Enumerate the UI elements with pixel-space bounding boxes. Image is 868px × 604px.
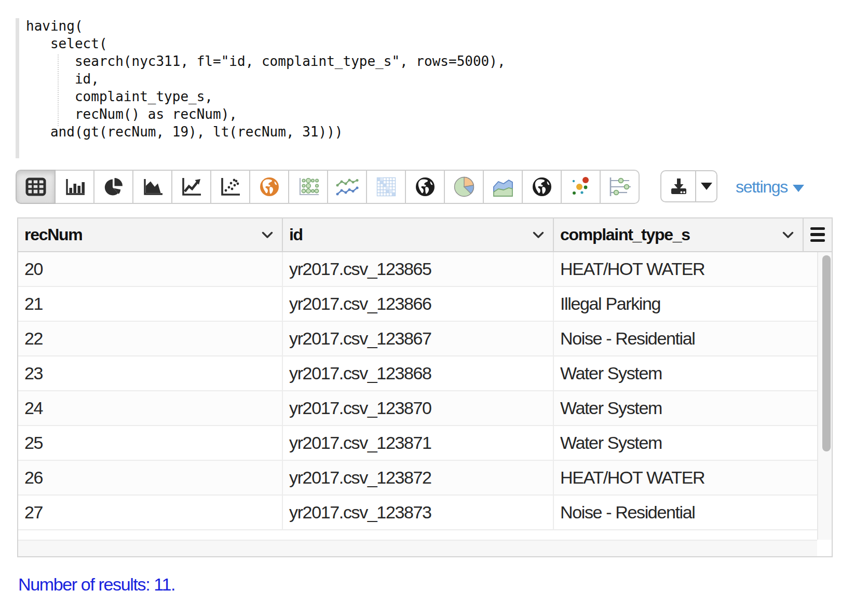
table-cell: 23	[18, 356, 283, 390]
table-header-row: recNum id complaint_type_s	[18, 218, 832, 252]
globe-dark-icon	[415, 176, 436, 197]
table-cell: Water System	[554, 356, 817, 390]
table-cell: yr2017.csv_123870	[283, 391, 554, 425]
table-cell: 26	[18, 461, 283, 495]
settings-label: settings	[736, 177, 788, 197]
table-body: 20yr2017.csv_123865HEAT/HOT WATER21yr201…	[18, 252, 817, 540]
results-count-text: Number of results: 11.	[18, 574, 175, 595]
table-row[interactable]: 25yr2017.csv_123871Water System	[18, 426, 817, 461]
table-cell: Noise - Residential	[554, 322, 817, 355]
viz-button-stacked-area-colored[interactable]	[483, 170, 523, 204]
column-header-label: id	[283, 225, 303, 244]
stacked-area-colored-icon	[492, 176, 514, 197]
code-gutter-bar	[16, 18, 19, 158]
table-cell: yr2017.csv_123872	[283, 461, 554, 495]
viz-button-multi-line-chart[interactable]	[327, 170, 367, 204]
table-row[interactable]: 24yr2017.csv_123870Water System	[18, 391, 817, 426]
column-dropdown-icon[interactable]	[782, 231, 794, 239]
horizontal-scrollbar-track[interactable]	[18, 540, 817, 556]
viz-button-bubble-matrix[interactable]	[288, 170, 328, 204]
table-cell: Illegal Parking	[554, 287, 817, 321]
viz-button-area-chart[interactable]	[132, 170, 172, 204]
table-cell: HEAT/HOT WATER	[554, 461, 817, 495]
viz-button-bubble-scatter-colored[interactable]	[561, 170, 601, 204]
table-row[interactable]: 22yr2017.csv_123867Noise - Residential	[18, 322, 817, 356]
vertical-scrollbar-thumb[interactable]	[822, 255, 831, 451]
code-paragraph: having( select( search(nyc311, fl="id, c…	[16, 18, 846, 159]
viz-button-globe-dark-2[interactable]	[522, 170, 562, 204]
table-row[interactable]: 26yr2017.csv_123872HEAT/HOT WATER	[18, 461, 817, 496]
download-button[interactable]	[660, 170, 696, 202]
table-cell: yr2017.csv_123865	[283, 252, 554, 286]
scrollbar-corner	[817, 540, 832, 556]
table-row[interactable]: 20yr2017.csv_123865HEAT/HOT WATER	[18, 252, 817, 287]
scatter-chart-icon	[220, 177, 241, 197]
bubble-scatter-colored-icon	[570, 176, 592, 198]
table-cell: 24	[18, 391, 283, 425]
map-globe-orange-icon	[259, 176, 280, 197]
download-options-button[interactable]	[695, 170, 717, 202]
table-row[interactable]: 21yr2017.csv_123866Illegal Parking	[18, 287, 817, 322]
viz-button-bar-chart[interactable]	[55, 170, 94, 204]
table-row[interactable]: 27yr2017.csv_123873Noise - Residential	[18, 496, 817, 530]
viz-button-line-chart[interactable]	[171, 170, 211, 204]
slider-levels-icon	[608, 176, 631, 197]
viz-button-pie-chart[interactable]	[93, 170, 133, 204]
table-cell: yr2017.csv_123867	[283, 322, 554, 355]
visualization-toolbar: settings	[16, 170, 868, 204]
settings-caret-icon	[793, 185, 804, 192]
pie-chart-colored-icon	[453, 176, 475, 198]
column-header-id[interactable]: id	[283, 218, 554, 251]
area-chart-icon	[142, 177, 163, 197]
heatmap-grid-icon	[376, 176, 397, 197]
download-icon	[669, 177, 688, 196]
column-header-complaint-type[interactable]: complaint_type_s	[554, 218, 804, 251]
table-cell: Water System	[554, 391, 817, 425]
table-cell: yr2017.csv_123866	[283, 287, 554, 321]
column-dropdown-icon[interactable]	[533, 231, 544, 239]
settings-toggle[interactable]: settings	[736, 177, 804, 197]
table-icon	[25, 177, 46, 196]
download-split-button	[660, 170, 717, 202]
table-cell: 22	[18, 322, 283, 355]
grid-menu-button[interactable]	[804, 218, 832, 251]
multi-line-chart-icon	[336, 177, 359, 197]
viz-button-heatmap-grid[interactable]	[366, 170, 406, 204]
table-cell: yr2017.csv_123873	[283, 496, 554, 529]
column-header-label: complaint_type_s	[554, 225, 690, 244]
table-cell: Water System	[554, 426, 817, 460]
globe-dark-2-icon	[532, 176, 552, 197]
viz-button-map-globe-orange[interactable]	[249, 170, 289, 204]
viz-button-globe-dark[interactable]	[405, 170, 445, 204]
code-editor-text[interactable]: having( select( search(nyc311, fl="id, c…	[26, 17, 506, 141]
caret-down-icon	[701, 183, 712, 190]
viz-button-pie-chart-colored[interactable]	[444, 170, 484, 204]
grid-menu-icon	[810, 227, 825, 242]
table-cell: Noise - Residential	[554, 496, 817, 529]
table-cell: yr2017.csv_123871	[283, 426, 554, 460]
table-cell: 25	[18, 426, 283, 460]
viz-button-slider-levels[interactable]	[600, 170, 640, 204]
table-row[interactable]: 23yr2017.csv_123868Water System	[18, 356, 817, 391]
bubble-matrix-icon	[297, 176, 319, 197]
table-cell: 27	[18, 496, 283, 529]
table-cell: HEAT/HOT WATER	[554, 252, 817, 286]
viz-button-scatter-chart[interactable]	[210, 170, 250, 204]
table-cell: 21	[18, 287, 283, 321]
viz-button-table[interactable]	[16, 170, 56, 204]
bar-chart-icon	[64, 177, 85, 197]
column-dropdown-icon[interactable]	[262, 231, 273, 239]
viz-button-group	[16, 170, 640, 204]
pie-chart-icon	[103, 176, 124, 197]
column-header-recnum[interactable]: recNum	[18, 218, 283, 251]
table-cell: yr2017.csv_123868	[283, 356, 554, 390]
column-header-label: recNum	[18, 225, 82, 244]
table-cell: 20	[18, 252, 283, 286]
result-table: recNum id complaint_type_s 20yr2017.csv_…	[17, 217, 833, 557]
line-chart-icon	[181, 177, 202, 197]
